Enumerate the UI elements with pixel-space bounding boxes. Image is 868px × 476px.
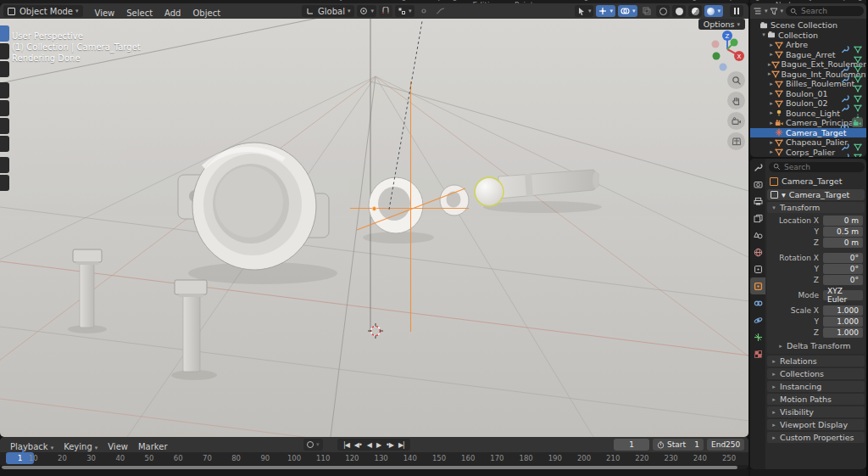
start-frame-field[interactable]: Start 1 [653,439,704,451]
modifier-icon[interactable] [841,41,850,49]
modifier-icon[interactable] [841,60,850,69]
value-field[interactable]: 1.000 [823,316,863,327]
value-field[interactable]: 0 m [823,216,863,226]
snap-with-dropdown[interactable]: ▾ [395,5,415,17]
properties-tab-physics[interactable] [750,311,765,328]
properties-search-input[interactable]: Search [769,162,865,172]
panel-header-instancing[interactable]: ▸Instancing [767,381,865,392]
value-field[interactable]: 1.000 [823,328,863,338]
outliner-row[interactable]: ▸Corps_Palier [750,148,866,158]
shading-rendered-button[interactable]: ▾ [704,5,723,17]
outliner-row[interactable]: Camera_Target [750,128,866,138]
toolbar-tool-0[interactable] [0,25,9,42]
meshdata-icon[interactable] [854,51,863,59]
expander-icon[interactable]: ▾ [760,31,767,38]
axis-neg-y-ball[interactable] [713,53,721,60]
axis-neg-x-ball[interactable] [712,41,720,48]
current-frame-field[interactable]: 1 [614,439,649,451]
panel-header-collections[interactable]: ▸Collections [767,368,865,379]
expander-icon[interactable]: ▸ [768,42,775,48]
value-field[interactable]: 0° [823,264,863,274]
perspective-toggle-button[interactable] [727,132,745,150]
shading-wireframe-button[interactable] [656,5,670,17]
outliner-row[interactable]: ▸Bague_Int_Roulement [750,70,866,80]
axis-neg-z-ball[interactable] [720,64,727,71]
auto-keying-button[interactable]: ▾ [303,439,323,451]
toolbar-tool-2[interactable] [0,61,9,77]
timeline-menu-keying[interactable]: Keying▾ [64,442,97,451]
properties-tab-scene[interactable] [750,227,765,244]
timeline-menu-view[interactable]: View [108,442,128,451]
outliner-row[interactable]: ▸Arbre [750,40,866,50]
toolbar-tool-4[interactable] [0,100,9,116]
properties-tab-object[interactable] [750,277,765,294]
transport-button[interactable]: |◀ [343,441,349,449]
meshdata-icon[interactable] [854,90,863,98]
expander-icon[interactable]: ▸ [768,139,775,146]
meshdata-icon[interactable] [854,80,863,88]
panel-header-visibility[interactable]: ▸Visibility [767,406,865,417]
mode-dropdown[interactable]: Object Mode ▾ [3,5,83,17]
camera-data-slot[interactable] [852,118,863,127]
value-field[interactable]: 1.000 [823,305,863,316]
transport-button[interactable]: ▶| [398,441,404,449]
panel-header-motion-paths[interactable]: ▸Motion Paths [767,394,865,405]
proportional-falloff-dropdown[interactable] [433,5,448,17]
toolbar-tool-6[interactable] [0,136,9,152]
outliner-row[interactable]: ▸Boulon_01 [750,89,866,99]
expander-icon[interactable]: ▸ [768,51,775,58]
properties-tab-output[interactable] [750,193,765,210]
meshdata-icon[interactable] [854,41,863,49]
zoom-button[interactable] [727,71,745,89]
viewport-menu-select[interactable]: Select [126,8,153,18]
shading-solid-button[interactable] [672,5,686,17]
axis-y-ball[interactable] [731,39,738,47]
pivot-dropdown[interactable]: ▾ [357,5,376,17]
value-field[interactable]: 0° [823,275,863,285]
value-field[interactable]: 0° [823,253,863,263]
outliner-row[interactable]: ▸Bague_Arret [750,50,866,60]
object-name-field[interactable]: ▾ Camera_Target [767,189,865,200]
properties-tab-viewlayer[interactable] [750,210,765,227]
meshdata-icon[interactable] [854,99,863,108]
delta-transform-subpanel[interactable]: ▸Delta Transform [767,340,865,351]
value-field[interactable]: 0.5 m [823,227,863,237]
meshdata-icon[interactable] [854,70,863,79]
expander-icon[interactable]: ▸ [768,109,775,116]
mode-dropdown[interactable]: XYZ Euler [823,290,863,300]
filter-icon[interactable] [770,7,778,16]
outliner-row[interactable]: Scene Collection [750,20,866,31]
properties-tab-data[interactable] [750,328,765,345]
viewport-menu-view[interactable]: View [95,8,115,18]
expander-icon[interactable]: ▸ [768,81,775,87]
modifier-icon[interactable] [841,90,850,98]
object-visibility-dropdown[interactable]: ▾ [575,5,594,17]
properties-tab-tool[interactable] [750,159,765,176]
modifier-icon[interactable] [841,138,850,147]
toolbar-tool-5[interactable] [0,118,9,134]
properties-tab-world[interactable] [750,244,765,260]
display-mode-dropdown-icon[interactable] [753,7,762,16]
outliner-search-input[interactable]: Search [786,6,864,16]
outliner-row[interactable]: ▸Billes_Roulement [750,79,866,89]
shading-material-button[interactable] [688,5,702,17]
expander-icon[interactable]: ▸ [768,100,775,107]
transport-button[interactable]: ◀• [354,441,362,449]
panel-header-custom-properties[interactable]: ▸Custom Properties [767,432,865,443]
toolbar-tool-3[interactable] [0,82,9,98]
modifier-icon[interactable] [841,99,850,108]
end-frame-field[interactable]: End 250 [707,439,744,451]
pan-button[interactable] [727,92,745,109]
transform-panel-header[interactable]: ▾ Transform [767,202,865,213]
transport-button[interactable]: •▶ [386,441,393,449]
snap-toggle[interactable] [379,5,392,17]
properties-tab-frame[interactable] [750,260,765,277]
meshdata-icon[interactable] [854,60,863,69]
navigation-gizmo[interactable]: Z X [705,29,748,73]
panel-header-viewport-display[interactable]: ▸Viewport Display [767,419,865,430]
expander-icon[interactable]: ▸ [768,148,775,155]
outliner-row[interactable]: ▾Collection [750,31,866,41]
transport-button[interactable]: ◀ [367,441,371,449]
render-pause-button[interactable] [730,5,743,17]
3d-viewport[interactable]: User Perspective (1) Collection | Camera… [0,19,748,437]
